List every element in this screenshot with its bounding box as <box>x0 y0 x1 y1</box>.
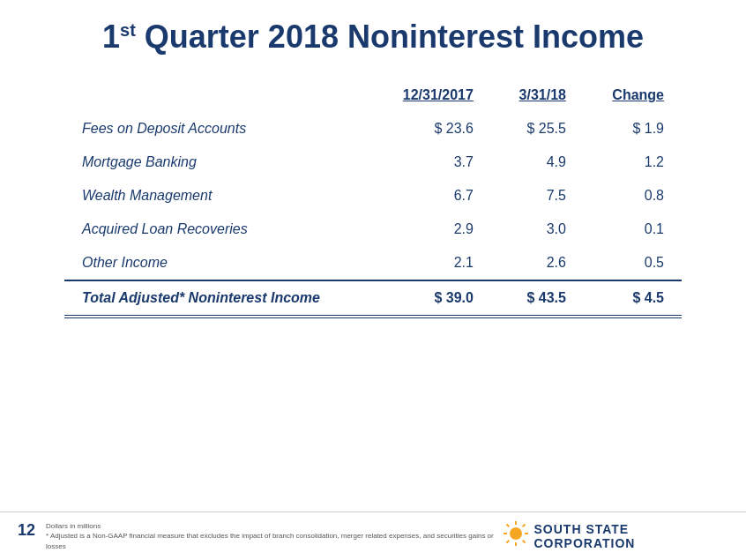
table-row: Mortgage Banking 3.7 4.9 1.2 <box>64 146 682 179</box>
table-header-row: 12/31/2017 3/31/18 Change <box>64 82 682 112</box>
total-col2: $ 43.5 <box>491 280 584 317</box>
row-col3-0: $ 1.9 <box>584 112 682 146</box>
footer-left: 12 Dollars in millions * Adjusted is a N… <box>18 521 503 551</box>
total-label: Total Adjusted* Noninterest Income <box>64 280 372 317</box>
table-row: Other Income 2.1 2.6 0.5 <box>64 246 682 280</box>
table-container: 12/31/2017 3/31/18 Change Fees on Deposi… <box>64 82 682 318</box>
footer: 12 Dollars in millions * Adjusted is a N… <box>0 511 746 560</box>
svg-line-7 <box>522 524 525 526</box>
table-row: Acquired Loan Recoveries 2.9 3.0 0.1 <box>64 213 682 246</box>
total-row: Total Adjusted* Noninterest Income $ 39.… <box>64 280 682 317</box>
row-col2-1: 4.9 <box>491 146 584 179</box>
sun-icon <box>503 520 529 553</box>
header-col3: Change <box>584 82 682 112</box>
row-label-2: Wealth Management <box>64 179 372 213</box>
table-row: Fees on Deposit Accounts $ 23.6 $ 25.5 $… <box>64 112 682 146</box>
total-col1: $ 39.0 <box>372 280 491 317</box>
title-area: 1st Quarter 2018 Noninterest Income <box>53 18 693 56</box>
row-col3-3: 0.1 <box>584 213 682 246</box>
header-label <box>64 82 372 112</box>
row-col1-3: 2.9 <box>372 213 491 246</box>
svg-line-5 <box>506 524 509 526</box>
row-col3-1: 1.2 <box>584 146 682 179</box>
footer-note2: * Adjusted is a Non-GAAP financial measu… <box>46 531 502 550</box>
svg-point-0 <box>510 527 522 540</box>
page-number: 12 <box>18 521 35 540</box>
footer-note1: Dollars in millions <box>46 521 502 531</box>
row-col2-4: 2.6 <box>491 246 584 280</box>
row-label-0: Fees on Deposit Accounts <box>64 112 372 146</box>
row-label-4: Other Income <box>64 246 372 280</box>
footer-notes: Dollars in millions * Adjusted is a Non-… <box>46 521 502 551</box>
row-label-3: Acquired Loan Recoveries <box>64 213 372 246</box>
row-col2-2: 7.5 <box>491 179 584 213</box>
table-row: Wealth Management 6.7 7.5 0.8 <box>64 179 682 213</box>
row-col1-4: 2.1 <box>372 246 491 280</box>
row-label-1: Mortgage Banking <box>64 146 372 179</box>
slide-title: 1st Quarter 2018 Noninterest Income <box>53 18 693 56</box>
header-col1: 12/31/2017 <box>372 82 491 112</box>
slide: 1st Quarter 2018 Noninterest Income 12/3… <box>0 0 746 560</box>
row-col2-0: $ 25.5 <box>491 112 584 146</box>
row-col1-1: 3.7 <box>372 146 491 179</box>
row-col3-4: 0.5 <box>584 246 682 280</box>
row-col2-3: 3.0 <box>491 213 584 246</box>
total-col3: $ 4.5 <box>584 280 682 317</box>
data-table: 12/31/2017 3/31/18 Change Fees on Deposi… <box>64 82 682 318</box>
main-content: 1st Quarter 2018 Noninterest Income 12/3… <box>0 0 746 560</box>
footer-logo: South State Corporation <box>503 520 729 553</box>
header-col2: 3/31/18 <box>491 82 584 112</box>
row-col1-0: $ 23.6 <box>372 112 491 146</box>
row-col3-2: 0.8 <box>584 179 682 213</box>
svg-line-6 <box>522 540 525 542</box>
svg-line-8 <box>506 540 509 542</box>
row-col1-2: 6.7 <box>372 179 491 213</box>
logo-text: South State Corporation <box>534 522 729 550</box>
